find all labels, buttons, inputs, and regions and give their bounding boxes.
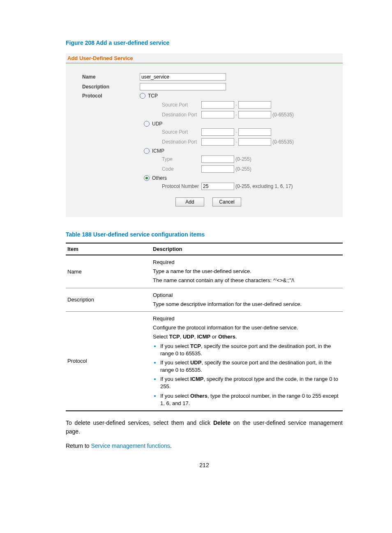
radio-udp[interactable] xyxy=(144,121,150,127)
radio-tcp-label: TCP xyxy=(148,93,158,99)
text: TCP xyxy=(190,343,201,349)
text: Required xyxy=(153,315,341,322)
dash-icon: - xyxy=(235,129,237,135)
add-button[interactable]: Add xyxy=(175,197,204,206)
text: Type some descriptive information for th… xyxy=(153,301,341,308)
icmp-type-input[interactable] xyxy=(201,155,234,163)
radio-icmp[interactable] xyxy=(144,148,150,154)
icmp-type-label: Type xyxy=(162,156,201,162)
text: Others xyxy=(190,393,208,399)
radio-tcp[interactable] xyxy=(140,93,145,99)
tcp-range-hint: (0-65535) xyxy=(272,112,294,118)
text: . xyxy=(170,443,172,449)
text: or xyxy=(210,334,218,340)
icmp-type-hint: (0-255) xyxy=(235,156,251,162)
cell-desc: Required Configure the protocol informat… xyxy=(151,311,343,411)
tcp-dest-port-from[interactable] xyxy=(201,111,234,118)
text: If you select xyxy=(160,343,190,349)
table-title: Table 188 User-defined service configura… xyxy=(66,231,343,238)
cell-item: Protocol xyxy=(66,311,151,411)
text: ICMP xyxy=(197,334,211,340)
link-service-management[interactable]: Service management functions xyxy=(91,443,170,449)
tcp-source-port-from[interactable] xyxy=(201,101,234,109)
cancel-button[interactable]: Cancel xyxy=(212,197,241,206)
text: Delete xyxy=(213,419,231,426)
radio-icmp-label: ICMP xyxy=(152,148,164,154)
udp-source-port-to[interactable] xyxy=(238,128,271,136)
udp-source-port-label: Source Port xyxy=(162,129,201,135)
description-input[interactable] xyxy=(140,83,226,90)
text: , xyxy=(180,334,183,340)
dash-icon: - xyxy=(235,112,237,118)
name-input[interactable] xyxy=(140,73,226,81)
radio-udp-label: UDP xyxy=(152,121,162,127)
text: Select TCP, UDP, ICMP or Others. xyxy=(153,333,341,341)
text: Others xyxy=(218,334,235,340)
text: ICMP xyxy=(190,376,204,382)
udp-dest-port-to[interactable] xyxy=(238,138,271,146)
list-item: If you select Others, type the protocol … xyxy=(160,392,341,407)
protocol-number-input[interactable] xyxy=(201,183,234,190)
text: Optional xyxy=(153,292,341,299)
config-table: Item Description Name Required Type a na… xyxy=(66,243,343,411)
cell-item: Description xyxy=(66,288,151,311)
udp-dest-port-from[interactable] xyxy=(201,138,234,146)
tcp-dest-port-to[interactable] xyxy=(238,111,271,118)
text: Configure the protocol information for t… xyxy=(153,324,341,331)
th-item: Item xyxy=(66,243,151,255)
cell-item: Name xyxy=(66,255,151,288)
name-label: Name xyxy=(82,74,140,80)
body-paragraph: To delete user-defined services, select … xyxy=(66,419,343,436)
text: TCP xyxy=(169,334,180,340)
udp-source-port-from[interactable] xyxy=(201,128,234,136)
dash-icon: - xyxy=(235,139,237,145)
form-panel: Add User-Defined Service Name Descriptio… xyxy=(66,53,343,217)
form-body: Name Description Protocol TCP Source Por… xyxy=(66,63,343,211)
radio-others[interactable] xyxy=(144,175,150,181)
text: To delete user-defined services, select … xyxy=(66,419,213,426)
text: If you select xyxy=(160,376,190,382)
icmp-code-hint: (0-255) xyxy=(235,166,251,172)
text: . xyxy=(235,334,237,340)
tcp-dest-port-label: Destination Port xyxy=(162,112,201,118)
text: UDP xyxy=(183,334,194,340)
text: Type a name for the user-defined service… xyxy=(153,268,341,275)
tcp-source-port-to[interactable] xyxy=(238,101,271,109)
icmp-code-input[interactable] xyxy=(201,165,234,173)
text: The name cannot contain any of these cha… xyxy=(153,277,341,284)
text: Required xyxy=(153,259,341,266)
cell-desc: Required Type a name for the user-define… xyxy=(151,255,343,288)
protocol-label: Protocol xyxy=(82,93,140,99)
panel-header: Add User-Defined Service xyxy=(66,53,343,63)
text: Return to xyxy=(66,443,91,449)
icmp-code-label: Code xyxy=(162,166,201,172)
table-row: Description Optional Type some descripti… xyxy=(66,288,343,311)
tcp-source-port-label: Source Port xyxy=(162,102,201,108)
list-item: If you select TCP, specify the source po… xyxy=(160,343,341,357)
text: If you select xyxy=(160,359,190,366)
page-number: 212 xyxy=(66,462,343,468)
protocol-number-hint: (0-255, excluding 1, 6, 17) xyxy=(235,183,293,189)
table-row: Protocol Required Configure the protocol… xyxy=(66,311,343,411)
udp-range-hint: (0-65535) xyxy=(272,139,294,145)
text: , xyxy=(194,334,197,340)
text: If you select xyxy=(160,393,190,399)
dash-icon: - xyxy=(235,102,237,108)
figure-title: Figure 208 Add a user-defined service xyxy=(66,39,343,46)
body-paragraph: Return to Service management functions. xyxy=(66,442,343,450)
table-row: Name Required Type a name for the user-d… xyxy=(66,255,343,288)
list-item: If you select ICMP, specify the protocol… xyxy=(160,375,341,390)
text: UDP xyxy=(190,359,201,366)
udp-dest-port-label: Destination Port xyxy=(162,139,201,145)
th-description: Description xyxy=(151,243,343,255)
list-item: If you select UDP, specify the source po… xyxy=(160,359,341,374)
radio-others-label: Others xyxy=(152,175,167,181)
description-label: Description xyxy=(82,84,140,90)
protocol-number-label: Protocol Number xyxy=(162,183,201,189)
cell-desc: Optional Type some descriptive informati… xyxy=(151,288,343,311)
text: Select xyxy=(153,334,169,340)
